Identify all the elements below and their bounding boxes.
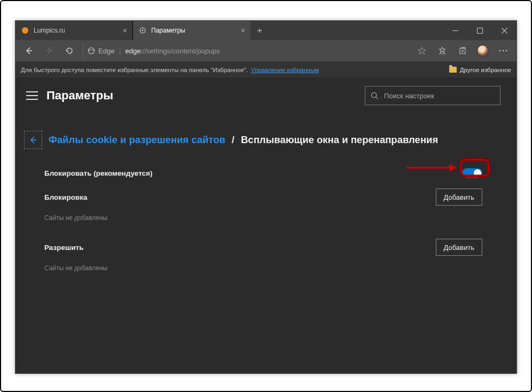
close-window-button[interactable] xyxy=(492,21,517,40)
refresh-button[interactable] xyxy=(60,42,79,59)
block-toggle[interactable] xyxy=(462,168,482,178)
breadcrumb-current: Всплывающие окна и перенаправления xyxy=(241,134,438,146)
page-title: Параметры xyxy=(46,89,113,103)
site-identity: Edge xyxy=(88,47,114,55)
breadcrumb-parent-link[interactable]: Файлы cookie и разрешения сайтов xyxy=(49,134,225,146)
edge-logo-icon xyxy=(88,47,95,54)
address-separator: | xyxy=(119,46,121,56)
back-button[interactable] xyxy=(20,42,38,59)
collections-icon[interactable] xyxy=(453,42,472,59)
svg-line-9 xyxy=(140,32,141,33)
more-menu-icon[interactable] xyxy=(494,42,512,59)
new-tab-button[interactable]: ＋ xyxy=(251,21,269,40)
svg-line-10 xyxy=(144,28,145,29)
favicon-orange-dot-icon xyxy=(21,26,29,35)
allow-add-button[interactable]: Добавить xyxy=(436,239,482,256)
tab-settings[interactable]: Параметры × xyxy=(133,21,251,40)
profile-avatar[interactable] xyxy=(474,42,492,59)
breadcrumb-separator: / xyxy=(232,134,234,146)
tab-strip: Lumpics.ru × Параметры × ＋ xyxy=(15,21,443,40)
minimize-button[interactable] xyxy=(443,21,467,40)
nav-toolbar: Edge | edge://settings/content/popups xyxy=(15,40,517,61)
other-favorites-folder[interactable]: Другое избранное xyxy=(449,67,511,73)
svg-line-8 xyxy=(144,32,145,33)
search-icon xyxy=(371,92,379,100)
svg-point-26 xyxy=(371,92,376,97)
block-section-title: Блокировка xyxy=(44,193,87,201)
titlebar: Lumpics.ru × Параметры × ＋ xyxy=(15,21,517,40)
window-controls xyxy=(443,21,517,40)
favorites-hint: Для быстрого доступа поместите избранные… xyxy=(21,67,248,73)
block-section: Блокировка Добавить Сайты не добавлены xyxy=(24,181,500,231)
allow-empty-message: Сайты не добавлены xyxy=(44,259,500,281)
block-empty-message: Сайты не добавлены xyxy=(44,209,500,231)
settings-search-input[interactable]: Поиск настроек xyxy=(365,86,500,105)
maximize-button[interactable] xyxy=(467,21,492,40)
allow-section: Разрешить Добавить Сайты не добавлены xyxy=(24,231,500,281)
tab-label: Параметры xyxy=(151,27,185,34)
search-placeholder: Поиск настроек xyxy=(384,92,434,100)
block-toggle-label: Блокировать (рекомендуется) xyxy=(44,169,152,177)
settings-content: Параметры Поиск настроек Файлы cookie и … xyxy=(15,79,517,373)
svg-point-24 xyxy=(503,50,504,52)
svg-point-0 xyxy=(22,27,28,34)
forward-button[interactable] xyxy=(40,42,58,59)
tab-close-icon[interactable]: × xyxy=(241,26,245,35)
url-display: edge://settings/content/popups xyxy=(126,47,220,55)
settings-header: Параметры Поиск настроек xyxy=(24,86,500,105)
favorites-bar: Для быстрого доступа поместите избранные… xyxy=(15,61,517,79)
allow-section-title: Разрешить xyxy=(44,244,83,252)
tab-label: Lumpics.ru xyxy=(34,27,65,34)
svg-line-7 xyxy=(140,28,141,29)
hamburger-menu-icon[interactable] xyxy=(26,91,38,100)
other-favorites-label: Другое избранное xyxy=(460,67,511,73)
svg-point-2 xyxy=(142,30,144,32)
arrow-left-icon xyxy=(29,136,37,144)
breadcrumb: Файлы cookie и разрешения сайтов / Всплы… xyxy=(24,131,500,149)
svg-point-23 xyxy=(499,50,501,52)
block-toggle-row: Блокировать (рекомендуется) xyxy=(24,165,500,181)
favorite-star-icon[interactable] xyxy=(413,42,431,59)
svg-rect-12 xyxy=(477,28,482,33)
tab-lumpics[interactable]: Lumpics.ru × xyxy=(15,21,133,40)
address-bar[interactable]: Edge | edge://settings/content/popups xyxy=(83,43,409,58)
block-add-button[interactable]: Добавить xyxy=(436,189,482,206)
manage-favorites-link[interactable]: Управление избранным xyxy=(251,67,319,73)
folder-icon xyxy=(449,67,457,73)
favorites-list-icon[interactable] xyxy=(433,42,451,59)
svg-point-17 xyxy=(88,48,94,53)
tab-close-icon[interactable]: × xyxy=(123,26,127,35)
svg-line-27 xyxy=(376,97,378,99)
gear-icon xyxy=(138,26,147,35)
svg-point-25 xyxy=(506,50,507,52)
browser-window: Lumpics.ru × Параметры × ＋ Edg xyxy=(15,20,517,374)
breadcrumb-back-button[interactable] xyxy=(24,131,42,149)
